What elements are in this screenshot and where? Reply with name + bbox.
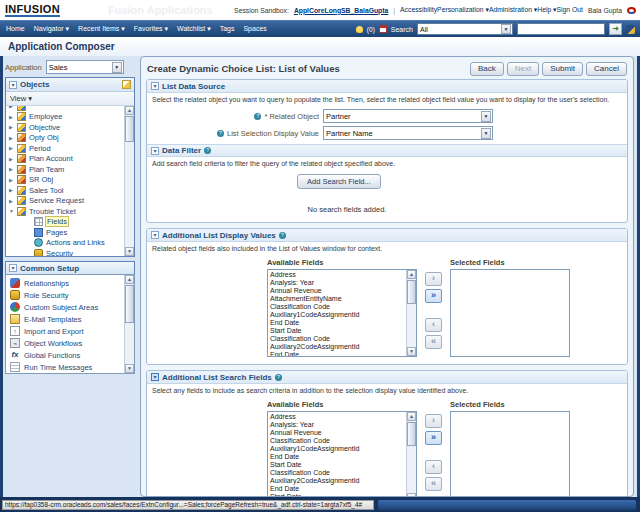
list-option[interactable]: Annual Revenue: [268, 287, 406, 295]
expand-icon[interactable]: [9, 106, 15, 109]
scroll-down-icon[interactable]: ▼: [125, 247, 134, 256]
expand-icon[interactable]: [9, 198, 15, 204]
chevron-down-icon[interactable]: ▼: [112, 62, 122, 73]
global-link[interactable]: Sign Out: [557, 6, 583, 13]
additional-display-values-header[interactable]: Additional List Display Values: [147, 229, 627, 242]
advanced-search-icon[interactable]: [626, 25, 635, 34]
chevron-down-icon[interactable]: ▼: [501, 24, 511, 34]
add-search-field-button[interactable]: Add Search Field...: [297, 174, 381, 189]
list-option[interactable]: Classification Code: [268, 335, 406, 343]
tree-item[interactable]: Actions and Links: [6, 238, 123, 249]
menu-item[interactable]: Favorites ▾: [134, 25, 168, 33]
move-left-icon[interactable]: ‹: [425, 318, 442, 332]
listbox-scrollbar[interactable]: ▲ ▼: [406, 412, 416, 497]
selected-fields-listbox[interactable]: [450, 269, 570, 357]
global-link[interactable]: Accessibility: [400, 6, 437, 13]
collapse-icon[interactable]: [151, 231, 159, 239]
help-icon[interactable]: [275, 374, 282, 381]
available-fields-listbox[interactable]: AddressAnalysis: YearAnnual RevenueAttac…: [267, 269, 417, 357]
help-icon[interactable]: [254, 113, 261, 120]
additional-search-fields-header[interactable]: Additional List Search Fields: [147, 371, 627, 384]
common-setup-item[interactable]: Import and Export: [6, 325, 123, 337]
tree-item[interactable]: Security: [6, 248, 123, 256]
tree-item[interactable]: Sales Tool: [6, 185, 123, 196]
scroll-up-icon[interactable]: ▲: [125, 275, 134, 284]
list-option[interactable]: End Date: [268, 351, 406, 357]
expand-icon[interactable]: [9, 135, 15, 141]
wizard-action-button[interactable]: Submit: [542, 62, 583, 76]
calendar-icon[interactable]: [379, 25, 387, 33]
list-option[interactable]: Start Date: [268, 327, 406, 335]
field-select[interactable]: Partner ▼: [323, 109, 493, 123]
tree-item[interactable]: SR Obj: [6, 175, 123, 186]
common-setup-item[interactable]: Custom Subject Areas: [6, 301, 123, 313]
list-option[interactable]: Annual Revenue: [268, 429, 406, 437]
list-option[interactable]: Start Date: [268, 461, 406, 469]
selected-fields-listbox[interactable]: [450, 411, 570, 497]
move-all-right-icon[interactable]: »: [425, 431, 442, 445]
wizard-action-button[interactable]: Back: [470, 62, 504, 76]
scroll-thumb[interactable]: [125, 285, 134, 323]
list-option[interactable]: Address: [268, 271, 406, 279]
common-setup-item[interactable]: Role Security: [6, 289, 123, 301]
scroll-up-icon[interactable]: ▲: [407, 270, 416, 279]
common-setup-scrollbar[interactable]: ▲ ▼: [124, 275, 134, 373]
available-fields-listbox[interactable]: AddressAnalysis: YearAnnual RevenueClass…: [267, 411, 417, 497]
list-option[interactable]: Auxiliary2CodeAssignmentId: [268, 477, 406, 485]
tree-item[interactable]: Plan Account: [6, 154, 123, 165]
tree-item[interactable]: Trouble Ticket: [6, 206, 123, 217]
list-option[interactable]: Classification Code: [268, 303, 406, 311]
chevron-down-icon[interactable]: ▼: [481, 128, 491, 139]
global-link[interactable]: Help ▾: [537, 6, 556, 13]
expand-icon[interactable]: [9, 114, 15, 120]
search-scope-select[interactable]: All ▼: [417, 23, 513, 35]
session-sandbox-link[interactable]: ApplCoreLongSB_BalaGupta: [294, 7, 388, 14]
expand-icon[interactable]: [9, 166, 15, 172]
collapse-icon[interactable]: [9, 264, 17, 272]
expand-icon[interactable]: [9, 145, 15, 151]
common-setup-item[interactable]: E-Mail Templates: [6, 313, 123, 325]
menu-item[interactable]: Navigator ▾: [34, 25, 69, 33]
common-setup-header[interactable]: Common Setup: [5, 261, 135, 274]
tree-item[interactable]: Period: [6, 143, 123, 154]
move-all-right-icon[interactable]: »: [425, 289, 442, 303]
collapse-icon[interactable]: [151, 82, 159, 90]
list-option[interactable]: Analysis: Year: [268, 279, 406, 287]
move-left-icon[interactable]: ‹: [425, 460, 442, 474]
scroll-thumb[interactable]: [125, 116, 134, 142]
listbox-scrollbar[interactable]: ▲ ▼: [406, 270, 416, 356]
menu-item[interactable]: Home: [6, 25, 25, 33]
notification-count[interactable]: (0): [367, 26, 375, 33]
new-object-icon[interactable]: [122, 80, 131, 89]
expand-icon[interactable]: [9, 156, 15, 162]
list-data-source-header[interactable]: List Data Source: [147, 80, 627, 93]
tree-item[interactable]: Plan Team: [6, 164, 123, 175]
scroll-up-icon[interactable]: ▲: [407, 412, 416, 421]
scroll-thumb[interactable]: [407, 422, 416, 446]
field-select[interactable]: Partner Name ▼: [323, 126, 493, 140]
wizard-action-button[interactable]: Cancel: [586, 62, 627, 76]
expand-icon[interactable]: [9, 124, 15, 130]
collapse-icon[interactable]: [9, 81, 17, 89]
scroll-thumb[interactable]: [407, 280, 416, 304]
tree-item[interactable]: Objective: [6, 122, 123, 133]
move-right-icon[interactable]: ›: [425, 414, 442, 428]
move-all-left-icon[interactable]: «: [425, 335, 442, 349]
help-icon[interactable]: [204, 147, 211, 154]
tree-item[interactable]: Opty Obj: [6, 133, 123, 144]
wizard-action-button[interactable]: Next: [507, 62, 539, 76]
scroll-down-icon[interactable]: ▼: [407, 347, 416, 356]
menu-item[interactable]: Tags: [220, 25, 235, 33]
list-option[interactable]: Auxiliary1CodeAssignmentId: [268, 311, 406, 319]
list-option[interactable]: Address: [268, 413, 406, 421]
list-option[interactable]: End Date: [268, 453, 406, 461]
data-filter-header[interactable]: Data Filter: [147, 144, 627, 157]
chevron-down-icon[interactable]: ▼: [481, 111, 491, 122]
common-setup-item[interactable]: Object Workflows: [6, 337, 123, 349]
tree-view-menu[interactable]: View ▾: [6, 92, 134, 106]
menu-item[interactable]: Spaces: [243, 25, 266, 33]
search-input[interactable]: [517, 23, 605, 35]
tree-scrollbar[interactable]: ▲ ▼: [124, 106, 134, 256]
list-option[interactable]: End Date: [268, 319, 406, 327]
expand-icon[interactable]: [9, 208, 15, 214]
